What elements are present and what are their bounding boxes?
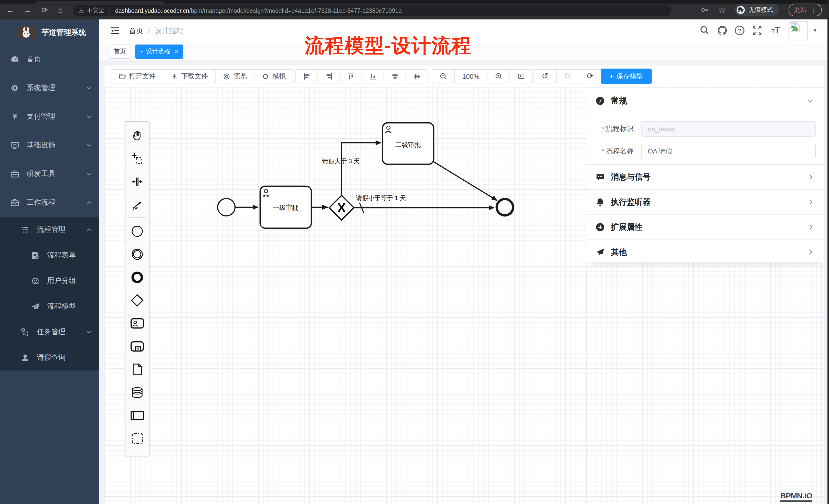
logo-image <box>17 26 35 38</box>
github-icon[interactable] <box>717 25 730 37</box>
preview-icon <box>223 72 230 80</box>
fullscreen-icon[interactable] <box>752 25 765 37</box>
redo-icon[interactable]: ↻ <box>556 70 579 83</box>
section-label: 扩展属性 <box>611 222 643 233</box>
workflow-submenu: 流程管理 流程表单 用户分组 流程模型 任务管理 请假 <box>0 217 99 371</box>
incognito-icon <box>736 5 745 14</box>
browser-home-button[interactable]: ⌂ <box>54 4 67 16</box>
bpmn-io-logo[interactable]: BPMN.iO <box>780 491 812 502</box>
start-event[interactable] <box>218 198 235 216</box>
button-label: 预览 <box>233 72 247 81</box>
section-label: 消息与信号 <box>611 172 651 183</box>
window-edge <box>827 0 829 504</box>
button-label: 打开文件 <box>129 72 156 81</box>
sidebar-item-workflow[interactable]: 工作流程 <box>0 188 99 217</box>
zoom-in-icon[interactable] <box>488 70 510 83</box>
sidebar-item-system[interactable]: 系统管理 <box>0 74 99 102</box>
sidebar-item-infrastructure[interactable]: 基础设施 <box>0 131 99 160</box>
section-other[interactable]: 其他 <box>586 240 824 265</box>
flow-task2-to-end[interactable] <box>433 161 497 201</box>
section-execution-listener[interactable]: 执行监听器 <box>586 190 824 215</box>
chevron-down-icon <box>86 171 92 177</box>
restart-icon[interactable]: ⟳ <box>579 70 601 83</box>
briefcase-icon <box>10 198 20 207</box>
tag-close-icon[interactable]: × <box>175 48 178 55</box>
align-center-icon[interactable] <box>406 70 428 83</box>
zoom-out-icon[interactable] <box>432 70 455 83</box>
task1-label: 一级审批 <box>273 204 298 211</box>
align-middle-icon[interactable] <box>384 70 406 83</box>
sidebar-logo[interactable]: 芋道管理系统 <box>0 20 99 45</box>
browser-active-tab[interactable] <box>35 1 164 4</box>
section-extended-properties[interactable]: 扩展属性 <box>586 215 824 240</box>
avatar[interactable] <box>789 21 808 40</box>
browser-chrome: ← → ⟳ ⌂ ⚠ 不安全 | dashboard.yudao.iocoder.… <box>0 0 829 20</box>
help-icon[interactable]: ? <box>734 25 748 37</box>
sidebar-item-process-management[interactable]: 流程管理 <box>0 217 99 242</box>
url-host: dashboard.yudao.iocoder.cn <box>115 7 189 13</box>
bpmn-canvas[interactable]: 一级审批 X 二级审批 请假大于 3 天 请假小于等于 1 天 i 常规 <box>104 87 824 504</box>
section-message-signal[interactable]: 消息与信号 <box>586 165 824 190</box>
browser-reload-button[interactable]: ⟳ <box>38 4 51 16</box>
application-window: ← → ⟳ ⌂ ⚠ 不安全 | dashboard.yudao.iocoder.… <box>0 0 829 504</box>
preview-button[interactable]: 预览 <box>216 70 254 83</box>
gear-icon <box>10 83 20 92</box>
browser-menu-icon[interactable]: ⋮ <box>810 6 817 13</box>
flow-gateway-to-task2[interactable] <box>341 143 381 195</box>
search-icon[interactable] <box>699 25 713 37</box>
sidebar-item-home[interactable]: 首页 <box>0 45 99 74</box>
not-secure-badge[interactable]: ⚠ 不安全 <box>79 7 104 14</box>
undo-icon[interactable]: ↺ <box>534 70 556 83</box>
sidebar-item-payment[interactable]: ¥ 支付管理 <box>0 102 99 131</box>
zoom-reset-icon[interactable] <box>510 70 533 83</box>
tag-home[interactable]: 首页 <box>109 44 131 59</box>
open-file-button[interactable]: 打开文件 <box>111 70 163 83</box>
message-icon <box>596 172 605 182</box>
section-label: 常规 <box>611 95 627 106</box>
breadcrumb-home[interactable]: 首页 <box>129 27 143 36</box>
sidebar-item-user-group[interactable]: 用户分组 <box>0 268 99 294</box>
sidebar-item-label: 流程表单 <box>47 251 76 260</box>
section-label: 其他 <box>611 247 627 258</box>
process-key-input[interactable] <box>641 121 816 137</box>
sidebar-collapse-icon[interactable] <box>111 26 120 35</box>
sidebar-item-process-model[interactable]: 流程模型 <box>0 294 99 319</box>
process-name-input[interactable] <box>641 144 816 159</box>
download-file-button[interactable]: 下载文件 <box>163 70 216 83</box>
browser-back-button[interactable]: ← <box>4 4 16 16</box>
sidebar-item-label: 用户分组 <box>47 276 76 285</box>
font-size-icon[interactable]: TT <box>769 25 783 37</box>
address-bar[interactable]: ⚠ 不安全 | dashboard.yudao.iocoder.cn/bpm/m… <box>73 5 671 16</box>
face-icon <box>31 276 40 285</box>
browser-update-button[interactable]: 更新 ⋮ <box>789 0 822 20</box>
save-model-button[interactable]: + 保存模型 <box>601 69 652 84</box>
warning-icon: ⚠ <box>79 7 84 14</box>
sidebar-item-devtools[interactable]: 研发工具 <box>0 160 99 188</box>
tag-design-process[interactable]: ● 设计流程 × <box>135 44 183 59</box>
sidebar-item-label: 流程模型 <box>47 302 76 311</box>
align-top-icon[interactable] <box>340 70 362 83</box>
align-left-icon[interactable] <box>296 70 318 83</box>
button-label: 下载文件 <box>181 72 208 81</box>
button-label: 保存模型 <box>616 72 643 81</box>
toolbox-icon <box>10 169 20 179</box>
end-event[interactable] <box>497 199 513 216</box>
align-bottom-icon[interactable] <box>362 70 384 83</box>
sidebar-item-process-form[interactable]: 流程表单 <box>0 242 99 268</box>
chevron-down-icon <box>86 329 92 335</box>
person-icon <box>21 353 30 362</box>
sidebar-item-task-management[interactable]: 任务管理 <box>0 319 99 345</box>
incognito-badge: 无痕模式 <box>734 0 779 20</box>
gateway-x-marker: X <box>337 200 346 215</box>
section-general[interactable]: i 常规 <box>586 88 824 114</box>
button-label: 模拟 <box>273 72 286 81</box>
avatar-caret-icon[interactable]: ▾ <box>814 27 817 34</box>
align-right-icon[interactable] <box>318 70 340 83</box>
bookmark-star-icon[interactable]: ☆ <box>718 0 726 20</box>
password-key-icon[interactable] <box>700 0 709 20</box>
chevron-down-icon <box>807 98 814 104</box>
sidebar-item-leave-query[interactable]: 请假查询 <box>0 345 99 371</box>
simulate-button[interactable]: 模拟 <box>254 70 293 83</box>
browser-forward-button[interactable]: → <box>22 4 34 16</box>
svg-text:?: ? <box>738 27 741 34</box>
